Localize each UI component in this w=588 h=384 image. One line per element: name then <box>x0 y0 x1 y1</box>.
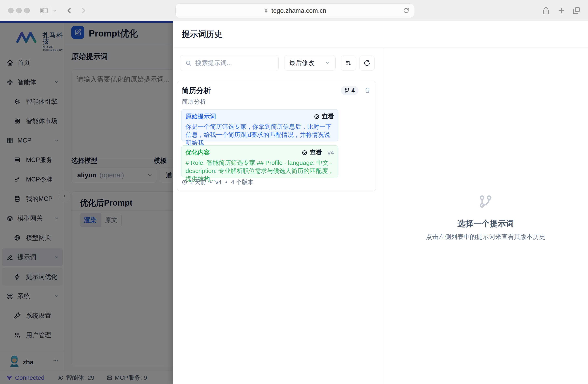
clock-icon <box>182 179 187 185</box>
version-tag: v4 <box>327 149 334 156</box>
sort-direction-button[interactable] <box>341 56 356 71</box>
sidebar-toggle-button[interactable] <box>40 6 48 15</box>
dot-separator: • <box>225 179 227 186</box>
sort-order-value: 最后修改 <box>289 59 315 67</box>
tab-overview-button[interactable] <box>572 6 581 15</box>
lock-icon <box>263 8 269 13</box>
eye-icon <box>301 150 308 156</box>
original-box-text: 你是一个简历筛选专家，你拿到简历信息后，比对一下信息，给我一个简历跟jd要求的匹… <box>186 123 334 147</box>
original-prompt-box: 原始提示词 查看 你是一个简历筛选专家，你拿到简历信息后，比对一下信息，给我一个… <box>181 109 338 141</box>
version-count-badge: 4 <box>341 86 358 95</box>
url-bar[interactable]: tego.zhama.com.cn <box>175 3 414 18</box>
browser-chrome: tego.zhama.com.cn <box>0 0 588 21</box>
url-text: tego.zhama.com.cn <box>272 7 326 14</box>
share-button[interactable] <box>542 6 550 15</box>
version-count: 4 <box>351 87 355 94</box>
reload-button[interactable] <box>403 7 410 14</box>
forward-button[interactable] <box>80 6 88 15</box>
prompt-list-item[interactable]: 简历分析 4 简历分析 原始提示词 查看 你是一个简历筛选专家，你拿到简历信息后… <box>177 81 376 191</box>
versions-total: 4 个版本 <box>231 178 253 186</box>
refresh-icon <box>363 60 370 66</box>
delete-prompt-button[interactable] <box>364 87 371 93</box>
optimized-box-label: 优化内容 <box>186 149 210 157</box>
refresh-button[interactable] <box>359 56 375 71</box>
search-box <box>180 55 279 71</box>
sort-desc-icon <box>345 60 352 66</box>
optimized-content-box: 优化内容 查看 v4 # Role: 智能简历筛选专家 ## Profile -… <box>181 145 338 177</box>
view-optimized-button[interactable]: 查看 <box>301 149 322 157</box>
empty-state-title: 选择一个提示词 <box>383 218 588 229</box>
search-input[interactable] <box>195 59 269 67</box>
prompt-title: 简历分析 <box>182 86 211 96</box>
chevron-down-icon <box>325 60 331 66</box>
search-icon <box>185 60 192 66</box>
empty-state-subtitle: 点击左侧列表中的提示词来查看其版本历史 <box>383 233 588 241</box>
chrome-separator <box>51 6 51 15</box>
new-tab-button[interactable] <box>557 6 566 15</box>
prompt-subtitle: 简历分析 <box>182 98 206 106</box>
last-modified: 1 天前 <box>189 178 206 186</box>
sidebar-chevron-button[interactable] <box>52 8 58 13</box>
back-button[interactable] <box>65 6 73 15</box>
window-close-button[interactable] <box>8 8 14 13</box>
view-label: 查看 <box>310 149 322 157</box>
branch-icon <box>478 194 493 209</box>
prompt-meta-footer: 1 天前 • v4 • 4 个版本 <box>182 178 253 186</box>
branch-icon <box>344 88 350 93</box>
modal-dim-overlay[interactable] <box>0 21 173 384</box>
eye-icon <box>314 113 320 120</box>
sort-order-select[interactable]: 最后修改 <box>284 55 336 71</box>
prompt-history-panel: 提示词历史 最后修改 简历分析 4 <box>173 21 588 384</box>
window-zoom-button[interactable] <box>24 8 30 13</box>
panel-title: 提示词历史 <box>182 29 222 40</box>
dot-separator: • <box>210 179 212 186</box>
view-label: 查看 <box>322 112 334 121</box>
window-minimize-button[interactable] <box>16 8 22 13</box>
version-detail-empty-state: 选择一个提示词 点击左侧列表中的提示词来查看其版本历史 <box>383 21 588 384</box>
screen: 扎马科技 ZHAMA TECHNOLOGY 首页 智能体 智能体引擎 智能体市场 <box>0 0 588 384</box>
original-box-label: 原始提示词 <box>186 112 216 121</box>
current-version: v4 <box>215 179 222 186</box>
view-original-button[interactable]: 查看 <box>314 112 334 121</box>
